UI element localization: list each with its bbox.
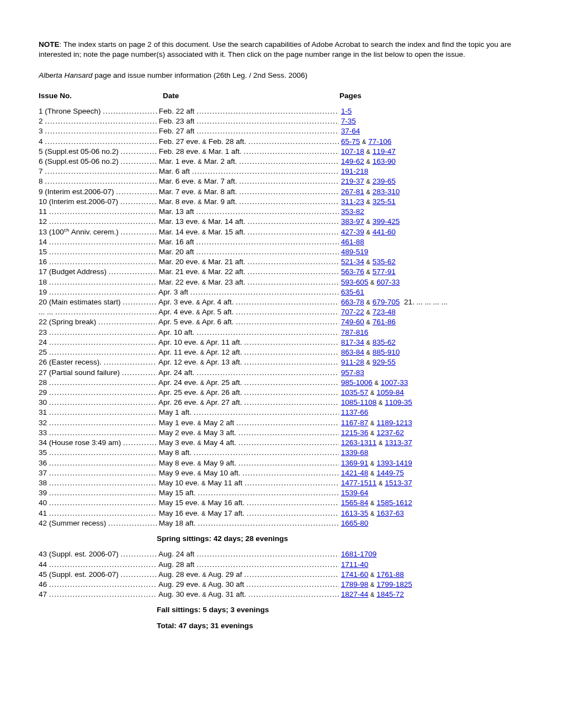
page-link[interactable]: 1313-37 xyxy=(385,438,412,447)
page-link[interactable]: 761-86 xyxy=(373,318,396,326)
page-link[interactable]: 239-65 xyxy=(373,177,396,185)
page-link[interactable]: 607-33 xyxy=(376,278,400,286)
page-link[interactable]: 1539-64 xyxy=(341,489,369,497)
page-link[interactable]: 267-81 xyxy=(341,188,364,196)
issue-text: 11 xyxy=(39,207,49,216)
issue-cell: 34 (House rose 3:49 am) xyxy=(39,438,157,448)
page-link[interactable]: 149-62 xyxy=(341,157,364,165)
page-link[interactable]: 863-84 xyxy=(341,348,364,356)
page-link[interactable]: 163-90 xyxy=(373,157,396,165)
page-link[interactable]: 1449-75 xyxy=(376,469,404,477)
issue-cell: 35 xyxy=(39,448,157,458)
date-text: May 2 eve. xyxy=(157,429,198,437)
page-link[interactable]: 441-60 xyxy=(373,228,396,236)
page-link[interactable]: 107-18 xyxy=(341,147,364,156)
page-link[interactable]: 1421-48 xyxy=(341,469,369,477)
page-link[interactable]: 1109-35 xyxy=(385,398,412,406)
page-link[interactable]: 749-60 xyxy=(341,318,364,326)
page-link[interactable]: 1637-63 xyxy=(376,509,404,517)
ampersand: & xyxy=(367,148,370,155)
page-link[interactable]: 1789-98 xyxy=(341,580,369,588)
page-link[interactable]: 1665-80 xyxy=(341,519,369,527)
page-link[interactable]: 37-64 xyxy=(341,127,360,135)
page-link[interactable]: 929-55 xyxy=(373,358,396,366)
page-link[interactable]: 1035-57 xyxy=(341,388,369,397)
page-link[interactable]: 535-62 xyxy=(373,258,396,266)
page-link[interactable]: 65-75 xyxy=(341,137,360,146)
page-link[interactable]: 1613-35 xyxy=(341,509,369,517)
page-link[interactable]: 1513-37 xyxy=(385,479,412,487)
page-link[interactable]: 817-34 xyxy=(341,338,364,346)
page-link[interactable]: 635-61 xyxy=(341,288,364,296)
page-link[interactable]: 1711-40 xyxy=(341,560,369,569)
page-link[interactable]: 399-425 xyxy=(373,217,400,226)
page-link[interactable]: 1059-84 xyxy=(376,388,404,397)
ampersand: & xyxy=(198,158,201,165)
page-link[interactable]: 1215-36 xyxy=(341,429,369,437)
table-row: 38 May 10 eve. & May 11 aft 1477-1511 & … xyxy=(39,478,524,488)
page-link[interactable]: 1799-1825 xyxy=(376,580,412,588)
date-text: Feb. 23 aft xyxy=(157,117,196,125)
page-link[interactable]: 663-78 xyxy=(341,298,364,306)
page-link[interactable]: 219-37 xyxy=(341,177,364,185)
page-link[interactable]: 679-705 xyxy=(373,298,400,306)
page-link[interactable]: 563-76 xyxy=(341,267,364,276)
page-link[interactable]: 723-48 xyxy=(373,308,396,316)
page-link[interactable]: 119-47 xyxy=(373,147,396,156)
page-link[interactable]: 1369-91 xyxy=(341,459,369,467)
page-link[interactable]: 911-28 xyxy=(341,358,364,366)
pages-cell: 1665-80 xyxy=(339,518,368,528)
date-text-2: May 17 aft. xyxy=(205,509,246,517)
page-link[interactable]: 383-97 xyxy=(341,217,364,226)
page-link[interactable]: 521-34 xyxy=(341,258,364,266)
page-link[interactable]: 1-5 xyxy=(341,107,352,115)
page-link[interactable]: 707-22 xyxy=(341,308,364,316)
leader-dots xyxy=(49,479,157,487)
page-link[interactable]: 1827-44 xyxy=(341,590,369,598)
page-link[interactable]: 1741-60 xyxy=(341,570,369,579)
page-link[interactable]: 1137-66 xyxy=(341,408,369,416)
pages-cell: 37-64 xyxy=(339,126,360,136)
page-link[interactable]: 311-23 xyxy=(341,197,364,206)
issue-cell: 26 (Easter recess). xyxy=(39,357,157,367)
page-link[interactable]: 1189-1213 xyxy=(376,419,412,427)
page-link[interactable]: 1393-1419 xyxy=(376,459,412,467)
date-text-2: Apr. 25 aft. xyxy=(204,378,244,387)
page-link[interactable]: 1477-1511 xyxy=(341,479,377,487)
page-link[interactable]: 7-35 xyxy=(341,117,356,125)
page-link[interactable]: 1237-62 xyxy=(376,429,404,437)
page-link[interactable]: 1263-1311 xyxy=(341,438,377,447)
page-link[interactable]: 985-1006 xyxy=(341,378,373,387)
page-link[interactable]: 325-51 xyxy=(373,197,396,206)
table-row: 18 Mar. 22 eve. & Mar. 23 aft. 593-605 &… xyxy=(39,277,524,287)
issue-text: 31 xyxy=(39,408,49,416)
page-link[interactable]: 489-519 xyxy=(341,248,369,256)
date-text-2: Apr. 6 aft. xyxy=(200,318,236,326)
page-link[interactable]: 461-88 xyxy=(341,238,364,246)
page-link[interactable]: 885-910 xyxy=(373,348,400,356)
page-link[interactable]: 787-816 xyxy=(341,328,369,336)
page-link[interactable]: 577-91 xyxy=(373,267,396,276)
page-link[interactable]: 1681-1709 xyxy=(341,550,377,558)
page-link[interactable]: 957-83 xyxy=(341,368,364,377)
page-link[interactable]: 1845-72 xyxy=(376,590,404,598)
page-link[interactable]: 427-39 xyxy=(341,228,364,236)
issue-cell: 9 (Interim est.2006-07) xyxy=(39,187,157,197)
leader-dots xyxy=(122,368,157,377)
page-link[interactable]: 77-106 xyxy=(368,137,391,146)
issue-text: 33 xyxy=(39,429,49,437)
page-link[interactable]: 353-82 xyxy=(341,207,364,216)
ampersand: & xyxy=(370,430,374,436)
page-link[interactable]: 1339-68 xyxy=(341,448,369,457)
page-link[interactable]: 593-605 xyxy=(341,278,369,286)
page-link[interactable]: 283-310 xyxy=(373,188,400,196)
page-link[interactable]: 1167-87 xyxy=(341,419,369,427)
date-cell: Apr. 5 eve. & Apr. 6 aft. xyxy=(157,317,339,327)
page-link[interactable]: 1085-1108 xyxy=(341,398,377,406)
page-link[interactable]: 1007-33 xyxy=(381,378,408,387)
page-link[interactable]: 191-218 xyxy=(341,167,369,175)
page-link[interactable]: 1565-84 xyxy=(341,499,369,507)
page-link[interactable]: 1585-1612 xyxy=(376,499,412,507)
page-link[interactable]: 835-62 xyxy=(373,338,396,346)
page-link[interactable]: 1761-88 xyxy=(376,570,404,579)
